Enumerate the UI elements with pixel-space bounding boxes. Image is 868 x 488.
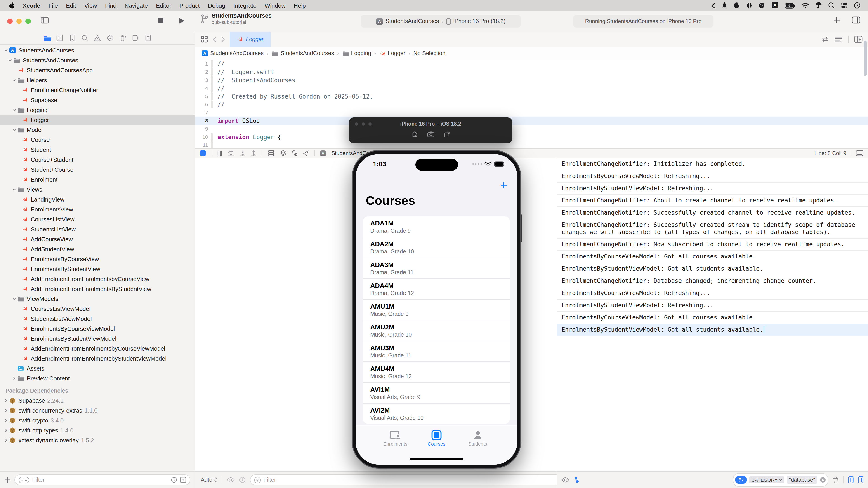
memory-graph-icon[interactable] [280,150,287,156]
breadcrumb-item[interactable]: No Selection [413,50,445,57]
variables-filter-field[interactable]: Filter [250,475,561,485]
debug-area-layout-icon[interactable] [856,150,864,156]
variables-scope-select[interactable]: Auto [201,477,217,483]
console-message[interactable]: EnrolmentsByCourseViewModel: Got all cou… [557,312,868,324]
breadcrumb-item[interactable]: Logger [379,50,405,57]
status-keyboard-input-icon[interactable]: A [768,1,782,8]
sidebar-item-helpers[interactable]: Helpers [0,75,195,85]
go-back-icon[interactable] [213,36,217,42]
menu-editor[interactable]: Editor [152,2,176,9]
disclosure-closed-icon[interactable] [4,408,8,412]
swap-editor-icon[interactable] [821,36,829,42]
phone-tab-enrolments[interactable]: Enrolments [375,429,416,447]
menu-help[interactable]: Help [289,2,310,9]
disclosure-open-icon[interactable] [12,78,17,82]
sidebar-item-enrolment[interactable]: Enrolment [0,174,195,184]
sidebar-item-enrolmentsbycourseview[interactable]: EnrolmentsByCourseView [0,254,195,264]
sidebar-item-addenrolmentfromenrolmentsbycourseviewmodel[interactable]: AddEnrolmentFromEnrolmentsbyCourseViewMo… [0,344,195,353]
status-search-icon[interactable] [825,2,838,8]
menu-window[interactable]: Window [260,2,290,9]
disclosure-open-icon[interactable] [12,297,17,301]
menu-file[interactable]: File [44,2,62,9]
status-display-contrast-icon[interactable] [743,2,755,8]
sidebar-item-studentslistviewmodel[interactable]: StudentsListViewModel [0,314,195,324]
course-row-amu4m[interactable]: AMU4MMusic, Grade 12 [363,361,510,382]
simulate-location-icon[interactable] [303,150,309,156]
recent-files-clock-icon[interactable] [171,477,177,483]
phone-tab-courses[interactable]: Courses [416,429,457,447]
variables-info-icon[interactable] [239,477,245,483]
status-moon-icon[interactable] [731,2,743,8]
disclosure-open-icon[interactable] [12,128,17,132]
disclosure-open-icon[interactable] [12,187,17,191]
environment-overrides-icon[interactable] [292,150,298,156]
tab-logger[interactable]: Logger [230,32,271,47]
console-output[interactable]: EnrollmentChangeNotifier: Initializer ha… [557,158,868,472]
apple-logo-icon[interactable] [4,2,19,9]
console-message[interactable]: EnrollmentChangeNotifier: Now subscribed… [557,238,868,251]
sidebar-item-student-course[interactable]: Student+Course [0,164,195,174]
navigator-tab-reports[interactable] [144,34,153,42]
simulator-screenshot-icon[interactable] [427,131,434,137]
breadcrumb-item[interactable]: AStudentsAndCourses [202,50,264,57]
code-line-9[interactable]: 9 [195,125,868,133]
console-filter-funnel-icon[interactable] [735,476,747,484]
step-into-icon[interactable] [240,150,246,156]
code-line-2[interactable]: 2// Logger.swift [195,68,868,76]
add-file-button[interactable] [4,477,11,483]
console-message[interactable]: EnrollmentChangeNotifier: Successfully c… [557,207,868,219]
disclosure-open-icon[interactable] [12,108,17,112]
stop-button[interactable] [157,17,164,24]
course-row-ada3m[interactable]: ADA3MDrama, Grade 11 [363,258,510,278]
show-variables-pane-icon[interactable] [848,476,854,484]
project-title[interactable]: StudentsAndCourses [212,13,272,20]
scheme-selector[interactable]: A StudentsAndCourses › iPhone 16 Pro (18… [361,15,521,28]
code-line-8[interactable]: 8import OSLog [195,117,868,125]
console-message[interactable]: EnrolmentsByCourseViewModel: Got all cou… [557,251,868,263]
console-filter-field[interactable]: CATEGORY "database" [733,473,828,487]
package-item-swift-http-types[interactable]: swift-http-types1.4.0 [0,425,195,435]
status-umbrella-icon[interactable] [812,2,825,8]
status-clock-icon[interactable] [851,2,864,8]
course-row-amu2m[interactable]: AMU2MMusic, Grade 10 [363,320,510,341]
sidebar-item-student[interactable]: Student [0,144,195,155]
console-filter-term[interactable]: "database" [786,476,817,484]
zoom-window-button[interactable] [25,19,31,24]
step-over-icon[interactable] [227,150,235,156]
status-chevron-left-icon[interactable] [708,2,718,8]
console-message[interactable]: EnrollmentChangeNotifier: Initializer ha… [557,158,868,170]
course-row-avi1m[interactable]: AVI1MVisual Arts, Grade 9 [363,382,510,403]
console-mode-icon[interactable] [574,476,580,484]
sidebar-item-addcourseview[interactable]: AddCourseView [0,234,195,244]
code-line-7[interactable]: 7 [195,108,868,117]
code-line-1[interactable]: 1// [195,60,868,68]
source-editor[interactable]: 1//2// Logger.swift3// StudentsAndCourse… [195,60,868,148]
breadcrumb-item[interactable]: Logging [342,50,371,57]
sidebar-item-addenrolmentfromenrolmentsbystudentview[interactable]: AddEnrolmentFromEnrolmentsByStudentView [0,284,195,294]
show-console-pane-icon[interactable] [858,476,864,484]
sidebar-item-supabase[interactable]: Supabase [0,95,195,105]
sidebar-item-enrolmentsbystudentview[interactable]: EnrolmentsByStudentView [0,264,195,274]
disclosure-closed-icon[interactable] [4,398,8,402]
course-row-amu1m[interactable]: AMU1MMusic, Grade 9 [363,299,510,320]
code-line-3[interactable]: 3// StudentsAndCourses [195,76,868,84]
sidebar-item-courseslistview[interactable]: CoursesListView [0,214,195,224]
course-row-amu3m[interactable]: AMU3MMusic, Grade 11 [363,341,510,361]
sidebar-item-studentsandcourses[interactable]: AStudentsAndCourses [0,45,195,55]
sidebar-item-model[interactable]: Model [0,125,195,135]
sidebar-item-viewmodels[interactable]: ViewModels [0,294,195,304]
disclosure-closed-icon[interactable] [12,376,17,380]
navigator-tab-bookmarks[interactable] [68,34,76,42]
menu-edit[interactable]: Edit [62,2,80,9]
close-window-button[interactable] [7,19,13,24]
pause-execution-icon[interactable] [217,150,222,156]
console-message[interactable]: EnrolmentsByCourseViewModel: Refreshing.… [557,287,868,300]
toggle-navigator-icon[interactable] [41,17,49,24]
sidebar-item-studentsandcoursesapp[interactable]: StudentsAndCoursesApp [0,65,195,75]
package-item-swift-crypto[interactable]: swift-crypto3.4.0 [0,415,195,425]
course-row-ada2m[interactable]: ADA2MDrama, Grade 10 [363,237,510,258]
status-rocket-icon[interactable] [718,2,731,8]
toggle-inspector-icon[interactable] [852,16,860,24]
sidebar-item-preview-content[interactable]: Preview Content [0,373,195,383]
step-out-icon[interactable] [251,150,256,156]
